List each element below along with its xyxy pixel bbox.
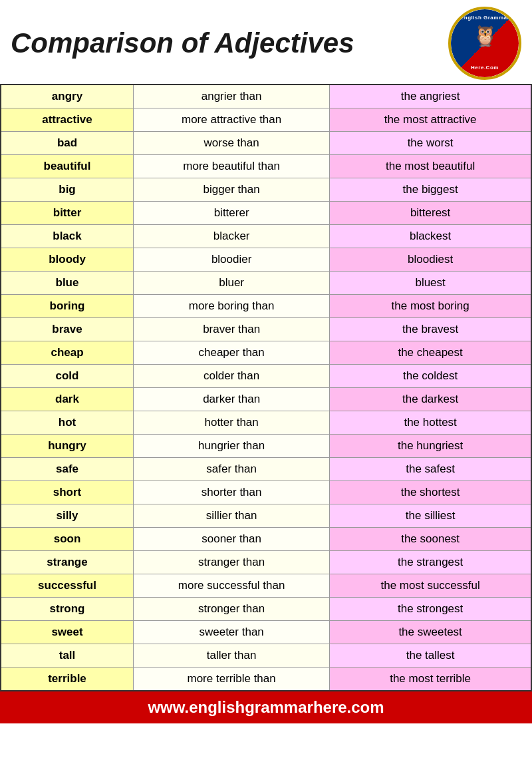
adjective-comparative: stranger than — [134, 551, 330, 574]
adjective-comparative: shorter than — [134, 481, 330, 504]
adjective-superlative: bloodiest — [330, 248, 531, 272]
adjective-superlative: the silliest — [330, 504, 531, 528]
adjective-superlative: the most attractive — [330, 108, 531, 132]
adjective-superlative: the strangest — [330, 551, 531, 574]
adjective-comparative: bluer — [134, 272, 330, 295]
footer: www.englishgrammarhere.com — [0, 691, 532, 723]
table-row: coldcolder thanthe coldest — [1, 365, 531, 388]
table-row: successfulmore successful thanthe most s… — [1, 574, 531, 598]
table-row: talltaller thanthe tallest — [1, 644, 531, 668]
adjective-comparative: more terrible than — [134, 668, 330, 691]
adjective-comparative: blacker — [134, 225, 330, 248]
table-row: sillysillier thanthe silliest — [1, 504, 531, 528]
adjective-comparative: more successful than — [134, 574, 330, 598]
table-row: bigbigger thanthe biggest — [1, 178, 531, 202]
table-row: bloodybloodierbloodiest — [1, 248, 531, 272]
adjective-comparative: more beautiful than — [134, 155, 330, 178]
adjective-comparative: sweeter than — [134, 621, 330, 644]
table-row: cheapcheaper thanthe cheapest — [1, 341, 531, 365]
owl-icon: 🦉 — [473, 24, 497, 47]
adjective-base: attractive — [1, 108, 134, 132]
table-row: angryangrier thanthe angriest — [1, 85, 531, 108]
adjective-comparative: hungrier than — [134, 435, 330, 458]
table-row: soonsooner thanthe soonest — [1, 528, 531, 551]
adjective-comparative: safer than — [134, 458, 330, 481]
adjective-base: hungry — [1, 435, 134, 458]
adjective-base: soon — [1, 528, 134, 551]
table-row: bitterbittererbitterest — [1, 202, 531, 225]
adjective-comparative: sooner than — [134, 528, 330, 551]
adjective-superlative: the worst — [330, 132, 531, 155]
adjective-superlative: the soonest — [330, 528, 531, 551]
adjective-base: strong — [1, 598, 134, 621]
adjective-base: big — [1, 178, 134, 202]
table-row: hungryhungrier thanthe hungriest — [1, 435, 531, 458]
adjective-base: cheap — [1, 341, 134, 365]
adjective-base: successful — [1, 574, 134, 598]
adjective-comparative: braver than — [134, 318, 330, 341]
adjective-base: boring — [1, 295, 134, 318]
table-row: boringmore boring thanthe most boring — [1, 295, 531, 318]
adjective-superlative: the strongest — [330, 598, 531, 621]
adjective-base: blue — [1, 272, 134, 295]
adjective-superlative: bitterest — [330, 202, 531, 225]
table-row: bluebluerbluest — [1, 272, 531, 295]
adjectives-table: angryangrier thanthe angriestattractivem… — [0, 84, 532, 691]
table-row: terriblemore terrible thanthe most terri… — [1, 668, 531, 691]
adjective-superlative: the shortest — [330, 481, 531, 504]
table-row: shortshorter thanthe shortest — [1, 481, 531, 504]
adjective-superlative: the angriest — [330, 85, 531, 108]
adjective-superlative: the most successful — [330, 574, 531, 598]
table-row: beautifulmore beautiful thanthe most bea… — [1, 155, 531, 178]
logo-text-top: English Grammar — [451, 15, 519, 21]
table-row: strangestranger thanthe strangest — [1, 551, 531, 574]
adjective-base: hot — [1, 411, 134, 435]
adjective-base: tall — [1, 644, 134, 668]
page-title: Comparison of Adjectives — [11, 28, 354, 59]
adjective-comparative: darker than — [134, 388, 330, 411]
adjective-superlative: the sweetest — [330, 621, 531, 644]
adjective-base: silly — [1, 504, 134, 528]
adjective-comparative: worse than — [134, 132, 330, 155]
table-row: blackblackerblackest — [1, 225, 531, 248]
adjective-superlative: the most terrible — [330, 668, 531, 691]
adjective-superlative: the hottest — [330, 411, 531, 435]
adjective-superlative: the safest — [330, 458, 531, 481]
table-row: attractivemore attractive thanthe most a… — [1, 108, 531, 132]
adjective-base: beautiful — [1, 155, 134, 178]
adjective-superlative: the most boring — [330, 295, 531, 318]
table-row: sweetsweeter thanthe sweetest — [1, 621, 531, 644]
table-row: bravebraver thanthe bravest — [1, 318, 531, 341]
adjective-superlative: the biggest — [330, 178, 531, 202]
adjective-superlative: blackest — [330, 225, 531, 248]
adjective-comparative: hotter than — [134, 411, 330, 435]
adjective-comparative: angrier than — [134, 85, 330, 108]
table-row: darkdarker thanthe darkest — [1, 388, 531, 411]
adjective-comparative: sillier than — [134, 504, 330, 528]
header: Comparison of Adjectives English Grammar… — [0, 0, 532, 84]
footer-url: www.englishgrammarhere.com — [148, 698, 384, 716]
adjective-base: terrible — [1, 668, 134, 691]
adjective-base: dark — [1, 388, 134, 411]
adjective-base: brave — [1, 318, 134, 341]
adjective-superlative: the tallest — [330, 644, 531, 668]
adjective-base: safe — [1, 458, 134, 481]
table-row: hothotter thanthe hottest — [1, 411, 531, 435]
adjective-superlative: the darkest — [330, 388, 531, 411]
table-row: badworse thanthe worst — [1, 132, 531, 155]
adjective-base: black — [1, 225, 134, 248]
adjective-base: bitter — [1, 202, 134, 225]
adjective-superlative: the bravest — [330, 318, 531, 341]
adjective-superlative: the most beautiful — [330, 155, 531, 178]
adjective-base: sweet — [1, 621, 134, 644]
adjective-base: short — [1, 481, 134, 504]
logo: English Grammar 🦉 Here.Com — [448, 7, 521, 80]
adjective-superlative: the hungriest — [330, 435, 531, 458]
adjective-base: cold — [1, 365, 134, 388]
adjective-base: bloody — [1, 248, 134, 272]
adjective-base: angry — [1, 85, 134, 108]
table-row: safesafer thanthe safest — [1, 458, 531, 481]
adjective-comparative: bigger than — [134, 178, 330, 202]
adjective-superlative: bluest — [330, 272, 531, 295]
adjective-base: bad — [1, 132, 134, 155]
